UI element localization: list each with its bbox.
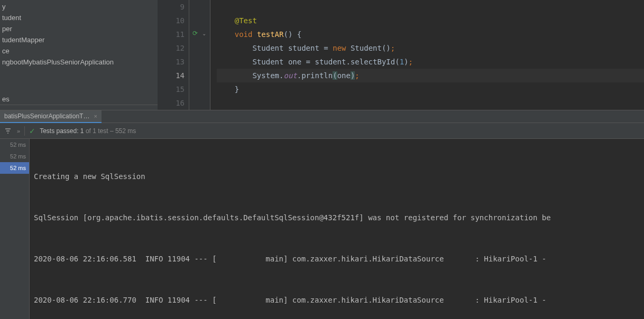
annotation: @Test: [235, 16, 257, 25]
timing-item[interactable]: 52 ms: [0, 151, 29, 162]
test-tab[interactable]: batisPlusSeniorApplicationT… ×: [0, 110, 102, 123]
line-gutter: 9 10 11 12 13 14 15 16: [158, 0, 189, 110]
sidebar-item[interactable]: per: [0, 23, 158, 34]
tests-passed-label: Tests passed:: [40, 127, 78, 135]
console-line: SqlSession [org.apache.ibatis.session.de…: [34, 211, 644, 224]
code-editor[interactable]: 9 10 11 12 13 14 15 16 ⟳ ⌄ @Test void te…: [158, 0, 644, 110]
run-tab-bar: batisPlusSeniorApplicationT… ×: [0, 110, 644, 123]
sidebar-item[interactable]: tudent: [0, 12, 158, 23]
sidebar-item[interactable]: tudentMapper: [0, 34, 158, 45]
fold-icon[interactable]: ⌄: [202, 31, 206, 36]
svg-rect-2: [7, 133, 8, 134]
console-line: Creating a new SqlSession: [34, 170, 644, 183]
tests-passed-count: 1: [80, 127, 84, 135]
sidebar-item[interactable]: ngbootMybatisPlusSeniorApplication: [0, 57, 158, 68]
tests-detail: of 1 test – 552 ms: [86, 127, 136, 135]
filter-icon[interactable]: [3, 126, 13, 136]
sidebar-item[interactable]: y: [0, 1, 158, 12]
timing-item-active[interactable]: 52 ms: [0, 162, 29, 174]
code-area[interactable]: @Test void testAR() { Student student = …: [210, 0, 644, 110]
timing-item[interactable]: 52 ms: [0, 139, 29, 151]
tab-label: batisPlusSeniorApplicationT…: [4, 112, 89, 120]
sidebar-item[interactable]: ce: [0, 45, 158, 57]
console-output[interactable]: Creating a new SqlSession SqlSession [or…: [30, 139, 644, 319]
project-sidebar[interactable]: y tudent per tudentMapper ce ngbootMybat…: [0, 0, 158, 110]
expand-icon[interactable]: »: [17, 128, 20, 134]
run-test-icon[interactable]: ⟳: [192, 30, 198, 37]
svg-rect-0: [5, 128, 11, 129]
timing-sidebar: 52 ms 52 ms 52 ms: [0, 139, 30, 319]
test-toolbar: » ✓ Tests passed: 1 of 1 test – 552 ms: [0, 123, 644, 139]
check-icon: ✓: [29, 127, 35, 135]
console-line: 2020-08-06 22:16:06.581 INFO 11904 --- […: [34, 252, 644, 266]
console-line: 2020-08-06 22:16:06.770 INFO 11904 --- […: [34, 293, 644, 307]
gutter-icon-area: ⟳ ⌄: [189, 0, 210, 110]
close-icon[interactable]: ×: [94, 113, 97, 119]
sidebar-bottom-item[interactable]: es: [0, 93, 158, 105]
svg-rect-1: [6, 130, 10, 132]
